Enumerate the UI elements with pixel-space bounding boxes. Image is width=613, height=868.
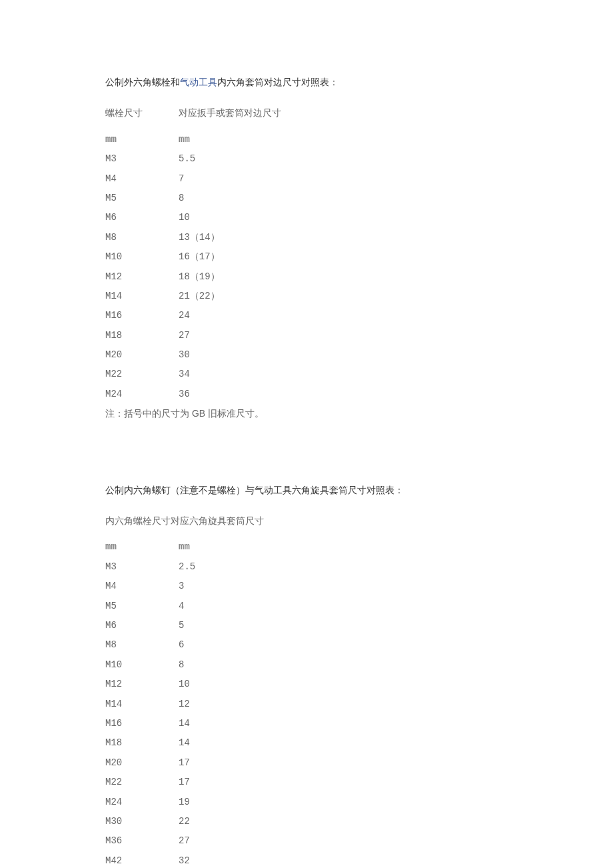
unit-col1: mm — [105, 130, 179, 149]
cell-bolt-size: M12 — [105, 675, 179, 694]
cell-socket-size: 24 — [179, 306, 190, 325]
cell-bolt-size: M5 — [105, 597, 179, 616]
title-link[interactable]: 气动工具 — [180, 77, 217, 87]
table-row: M32.5 — [105, 557, 508, 577]
table-row: M1827 — [105, 326, 508, 345]
section2-table: mmmm M32.5M43M54M65M86M108M1210M1412M161… — [105, 537, 508, 868]
section2-title: 公制内六角螺钉（注意不是螺栓）与气动工具六角旋具套筒尺寸对照表： — [105, 483, 508, 497]
section2-column-headers: 内六角螺栓尺寸对应六角旋具套筒尺寸 — [105, 513, 508, 528]
section1-table: mmmm M35.5M47M58M610M813（14）M1016（17）M12… — [105, 130, 508, 404]
table-row: M813（14） — [105, 228, 508, 247]
cell-bolt-size: M8 — [105, 228, 179, 247]
unit-col2: mm — [179, 537, 190, 557]
cell-bolt-size: M3 — [105, 149, 179, 169]
cell-bolt-size: M24 — [105, 385, 179, 404]
section1-column-headers: 螺栓尺寸对应扳手或套筒对边尺寸 — [105, 105, 508, 120]
cell-socket-size: 8 — [179, 189, 184, 208]
table-row: M2030 — [105, 345, 508, 365]
cell-socket-size: 36 — [179, 385, 190, 404]
unit-col2: mm — [179, 130, 190, 149]
section1-note: 注：括号中的尺寸为 GB 旧标准尺寸。 — [105, 404, 508, 423]
cell-bolt-size: M5 — [105, 189, 179, 208]
table-row: M1210 — [105, 675, 508, 694]
table-row: M2234 — [105, 365, 508, 384]
cell-bolt-size: M3 — [105, 557, 179, 577]
header-col1: 内六角螺栓尺寸 — [105, 515, 171, 526]
table-row: M108 — [105, 655, 508, 675]
cell-socket-size: 5.5 — [179, 149, 195, 169]
table-row: M3022 — [105, 812, 508, 831]
cell-socket-size: 4 — [179, 597, 184, 616]
table-row: M65 — [105, 616, 508, 635]
cell-bolt-size: M14 — [105, 695, 179, 714]
header-col1: 螺栓尺寸 — [105, 105, 179, 120]
table-row: M1614 — [105, 714, 508, 733]
cell-bolt-size: M18 — [105, 733, 179, 753]
cell-bolt-size: M42 — [105, 851, 179, 868]
cell-socket-size: 14 — [179, 714, 190, 733]
title-suffix: 内六角套筒对边尺寸对照表： — [217, 77, 338, 87]
table-row: M1624 — [105, 306, 508, 325]
table-row: M35.5 — [105, 149, 508, 169]
table-row: M1421（22） — [105, 287, 508, 306]
table-row: M58 — [105, 189, 508, 208]
cell-bolt-size: M22 — [105, 365, 179, 384]
cell-bolt-size: M20 — [105, 753, 179, 773]
cell-socket-size: 14 — [179, 733, 190, 753]
cell-bolt-size: M16 — [105, 306, 179, 325]
cell-socket-size: 7 — [179, 169, 184, 189]
cell-bolt-size: M4 — [105, 577, 179, 596]
cell-bolt-size: M10 — [105, 247, 179, 267]
table-row: M2419 — [105, 793, 508, 812]
cell-socket-size: 16（17） — [179, 247, 220, 267]
cell-socket-size: 17 — [179, 773, 190, 792]
cell-socket-size: 10 — [179, 675, 190, 694]
table-row: M4232 — [105, 851, 508, 868]
cell-bolt-size: M18 — [105, 326, 179, 345]
cell-socket-size: 10 — [179, 208, 190, 227]
cell-bolt-size: M4 — [105, 169, 179, 189]
cell-bolt-size: M12 — [105, 267, 179, 287]
cell-socket-size: 30 — [179, 345, 190, 365]
table2-body: M32.5M43M54M65M86M108M1210M1412M1614M181… — [105, 557, 508, 868]
cell-bolt-size: M10 — [105, 655, 179, 675]
cell-socket-size: 3 — [179, 577, 184, 596]
header-col2: 对应六角旋具套筒尺寸 — [171, 515, 264, 526]
table-row: M1218（19） — [105, 267, 508, 287]
table-row: M43 — [105, 577, 508, 596]
cell-socket-size: 6 — [179, 635, 184, 655]
cell-bolt-size: M14 — [105, 287, 179, 306]
cell-bolt-size: M20 — [105, 345, 179, 365]
cell-socket-size: 8 — [179, 655, 184, 675]
table-row: M1016（17） — [105, 247, 508, 267]
cell-socket-size: 13（14） — [179, 228, 220, 247]
table-row: M47 — [105, 169, 508, 189]
cell-socket-size: 19 — [179, 793, 190, 812]
cell-socket-size: 27 — [179, 326, 190, 345]
cell-socket-size: 32 — [179, 851, 190, 868]
unit-header-row: mmmm — [105, 130, 508, 149]
header-col2: 对应扳手或套筒对边尺寸 — [179, 105, 281, 120]
table-row: M2436 — [105, 385, 508, 404]
cell-socket-size: 18（19） — [179, 267, 220, 287]
table-row: M86 — [105, 635, 508, 655]
table-row: M1814 — [105, 733, 508, 753]
cell-bolt-size: M22 — [105, 773, 179, 792]
table-row: M1412 — [105, 695, 508, 714]
table-row: M610 — [105, 208, 508, 227]
cell-bolt-size: M16 — [105, 714, 179, 733]
cell-socket-size: 12 — [179, 695, 190, 714]
table1-body: M35.5M47M58M610M813（14）M1016（17）M1218（19… — [105, 149, 508, 404]
table-row: M2217 — [105, 773, 508, 792]
cell-socket-size: 5 — [179, 616, 184, 635]
cell-socket-size: 27 — [179, 831, 190, 851]
cell-socket-size: 21（22） — [179, 287, 220, 306]
table-row: M3627 — [105, 831, 508, 851]
unit-header-row: mmmm — [105, 537, 508, 557]
cell-bolt-size: M24 — [105, 793, 179, 812]
unit-col1: mm — [105, 537, 179, 557]
table-row: M54 — [105, 597, 508, 616]
title-prefix: 公制外六角螺栓和 — [105, 77, 180, 87]
cell-socket-size: 17 — [179, 753, 190, 773]
section1-title: 公制外六角螺栓和气动工具内六角套筒对边尺寸对照表： — [105, 75, 508, 89]
